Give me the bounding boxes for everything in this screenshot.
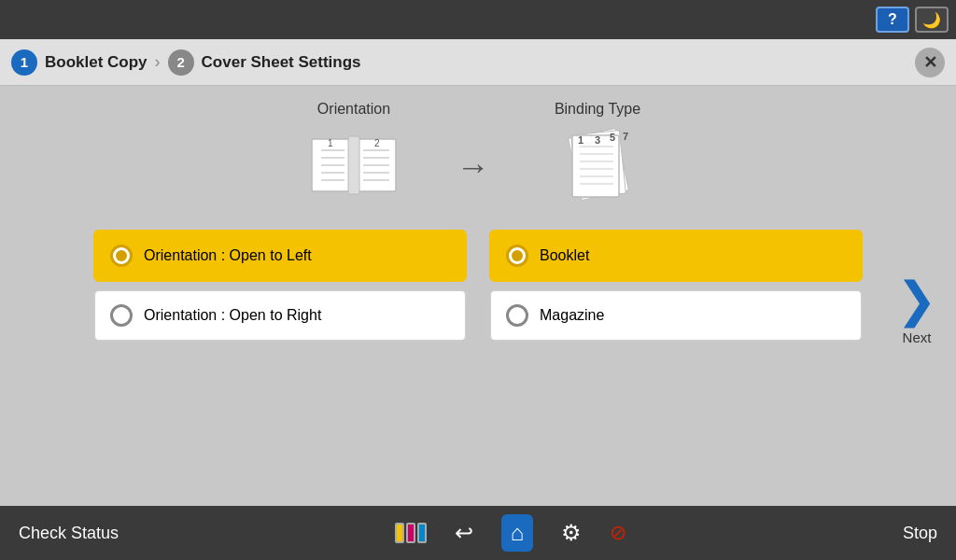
header: 1 Booklet Copy › 2 Cover Sheet Settings … — [0, 39, 956, 86]
radio-magazine — [506, 304, 528, 327]
svg-text:3: 3 — [595, 134, 600, 146]
svg-text:5: 5 — [610, 132, 615, 143]
illustration-row: Orientation 1 — [19, 101, 937, 211]
check-status-label[interactable]: Check Status — [19, 524, 119, 543]
top-bar: ? 🌙 — [0, 0, 956, 39]
orientation-options: Orientation : Open to Left Orientation :… — [93, 230, 467, 342]
step1-item: 1 Booklet Copy — [11, 49, 148, 76]
back-button[interactable]: ↩ — [455, 520, 473, 546]
yellow-ink-bar — [395, 523, 404, 543]
booklet-label: Booklet — [540, 247, 589, 264]
booklet-illustration: 1 3 5 7 — [546, 127, 649, 211]
next-button[interactable]: ❯ Next — [896, 275, 937, 345]
stop-icon[interactable]: ⊘ — [610, 521, 626, 545]
orientation-open-right-label: Orientation : Open to Right — [144, 307, 321, 324]
main-content: Orientation 1 — [0, 86, 956, 506]
orientation-section: Orientation 1 — [307, 101, 401, 211]
orientation-open-left-label: Orientation : Open to Left — [144, 247, 312, 264]
step2-circle: 2 — [168, 49, 194, 76]
settings-button[interactable]: ⚙ — [561, 520, 582, 546]
options-area: Orientation : Open to Left Orientation :… — [19, 230, 937, 342]
step-arrow: › — [155, 52, 161, 72]
magazine-label: Magazine — [540, 307, 604, 324]
binding-title: Binding Type — [555, 101, 640, 118]
radio-open-right — [110, 304, 133, 327]
magenta-ink-bar — [406, 523, 415, 543]
svg-text:7: 7 — [623, 131, 628, 142]
close-button[interactable]: ✕ — [915, 48, 945, 77]
svg-text:1: 1 — [578, 134, 583, 146]
step1-circle: 1 — [11, 49, 37, 76]
binding-section: Binding Type 1 3 5 — [546, 101, 649, 211]
home-button[interactable]: ⌂ — [501, 514, 534, 552]
cyan-ink-bar — [417, 523, 427, 543]
radio-open-left — [110, 245, 133, 267]
next-label: Next — [903, 329, 932, 345]
step2-label: Cover Sheet Settings — [202, 53, 361, 72]
moon-button[interactable]: 🌙 — [915, 7, 949, 33]
binding-options: Booklet Magazine — [489, 230, 863, 342]
book-illustration: 1 2 — [307, 127, 401, 211]
magazine-btn[interactable]: Magazine — [489, 289, 863, 342]
step1-label: Booklet Copy — [45, 53, 148, 72]
booklet-btn[interactable]: Booklet — [489, 230, 863, 282]
orientation-open-left-btn[interactable]: Orientation : Open to Left — [93, 230, 467, 282]
taskbar: Check Status ↩ ⌂ ⚙ ⊘ Stop — [0, 506, 956, 560]
step2-item: 2 Cover Sheet Settings — [168, 49, 361, 76]
orientation-title: Orientation — [317, 101, 390, 118]
help-button[interactable]: ? — [876, 7, 909, 33]
svg-text:2: 2 — [374, 138, 380, 148]
svg-text:1: 1 — [328, 138, 333, 148]
radio-booklet — [506, 245, 528, 267]
orientation-open-right-btn[interactable]: Orientation : Open to Right — [93, 289, 467, 342]
transform-arrow: → — [457, 125, 490, 209]
ink-status-icon — [395, 523, 427, 543]
next-chevron-icon: ❯ — [896, 275, 937, 324]
taskbar-center: ↩ ⌂ ⚙ ⊘ — [395, 514, 627, 552]
svg-rect-14 — [348, 136, 359, 194]
stop-label[interactable]: Stop — [903, 524, 937, 543]
